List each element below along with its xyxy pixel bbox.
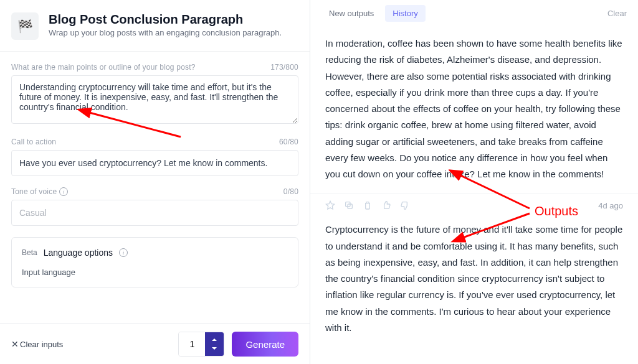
info-icon[interactable]: i	[59, 187, 68, 196]
form-area: What are the main points or outline of y…	[0, 52, 310, 324]
input-language-label: Input language	[22, 268, 288, 277]
main-points-input[interactable]: Understanding cryptocurrency will take t…	[11, 75, 298, 124]
main-points-label: What are the main points or outline of y…	[11, 63, 196, 72]
output-item[interactable]: In moderation, coffee has been shown to …	[310, 27, 638, 194]
info-icon[interactable]: i	[119, 248, 128, 257]
tone-counter: 0/80	[283, 187, 298, 196]
tab-new-outputs[interactable]: New outputs	[321, 5, 381, 22]
thumbs-up-icon[interactable]	[381, 200, 391, 210]
language-options-title: Language options	[44, 248, 113, 258]
copy-icon[interactable]	[344, 200, 354, 210]
clear-inputs-button[interactable]: ✕ Clear inputs	[11, 339, 63, 349]
tab-history[interactable]: History	[385, 5, 425, 22]
star-icon[interactable]	[325, 200, 335, 210]
tone-input[interactable]	[11, 200, 298, 226]
tone-label: Tone of voice i	[11, 187, 68, 196]
cta-counter: 60/80	[279, 138, 298, 146]
output-count-group	[178, 332, 224, 357]
output-count-input[interactable]	[179, 332, 205, 356]
language-options-box: Beta Language options i Input language	[11, 237, 298, 287]
clear-outputs-link[interactable]: Clear	[607, 9, 627, 18]
main-points-counter: 173/800	[270, 63, 298, 72]
output-item[interactable]: Cryptocurrency is the future of money an…	[310, 213, 638, 347]
outputs-list[interactable]: In moderation, coffee has been shown to …	[310, 27, 638, 364]
svg-marker-0	[326, 202, 334, 210]
count-stepper[interactable]	[205, 332, 224, 356]
template-header: 🏁 Blog Post Conclusion Paragraph Wrap up…	[0, 0, 310, 52]
close-icon: ✕	[11, 339, 19, 349]
thumbs-down-icon[interactable]	[400, 200, 410, 210]
output-actions: 4d ago	[310, 194, 638, 213]
page-title: Blog Post Conclusion Paragraph	[49, 12, 282, 27]
cta-input[interactable]	[11, 150, 298, 176]
trash-icon[interactable]	[363, 200, 373, 210]
cta-label: Call to action	[11, 138, 56, 146]
flag-icon: 🏁	[11, 12, 39, 40]
generate-button[interactable]: Generate	[232, 332, 298, 357]
beta-badge: Beta	[22, 248, 37, 257]
page-subtitle: Wrap up your blog posts with an engaging…	[49, 28, 282, 37]
output-timestamp: 4d ago	[598, 201, 623, 210]
